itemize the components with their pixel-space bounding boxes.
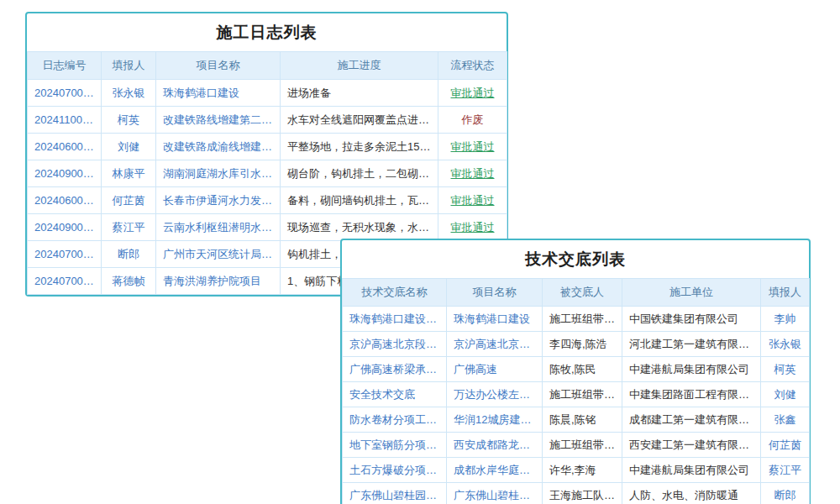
reporter-cell[interactable]: 断郎 [102, 241, 156, 268]
column-header-project-name: 项目名称 [447, 279, 543, 307]
status-cell[interactable]: 审批通过 [438, 187, 507, 214]
progress-cell: 平整场地，拉走多余泥土15辆... [281, 134, 438, 160]
reporter-cell[interactable]: 柯英 [102, 107, 156, 134]
disclosure-name-link-cell[interactable]: 土石方爆破分项工程... [343, 458, 447, 483]
project-link-cell[interactable]: 成都水岸华庭名苑... [447, 458, 543, 483]
progress-cell: 砌台阶，钩机排土，二包砌间... [281, 160, 438, 187]
reporter-cell[interactable]: 李帅 [761, 307, 810, 332]
reporter-cell[interactable]: 林康平 [102, 160, 156, 187]
project-link-cell[interactable]: 华润12城房建工... [447, 407, 543, 433]
technical-disclosure-table: 技术交底名称 项目名称 被交底人 施工单位 填报人 珠海鹤港口建设抗浮...珠海… [342, 278, 810, 504]
disclosure-name-link-cell[interactable]: 防水卷材分项工程施... [343, 407, 447, 433]
reporter-cell[interactable]: 张永银 [102, 80, 156, 107]
project-link-cell[interactable]: 万达办公楼左侧A... [447, 382, 543, 407]
reporter-cell[interactable]: 刘健 [102, 134, 156, 160]
construction-log-header-row: 日志编号 填报人 项目名称 施工进度 流程状态 [28, 52, 507, 80]
reporter-cell[interactable]: 张鑫 [761, 407, 810, 433]
column-header-progress: 施工进度 [281, 52, 438, 80]
table-row: 2024090009蔡江平云南水利枢纽潜明水库一...现场巡查，无积水现象，水马… [28, 214, 507, 241]
disclosure-name-link-cell[interactable]: 安全技术交底 [343, 382, 447, 407]
construction-unit-cell: 西安建工第一建筑有限责任公司 [622, 433, 761, 458]
log-id-cell[interactable]: 2024070011 [28, 80, 102, 107]
log-id-cell[interactable]: 2024090009 [28, 214, 102, 241]
project-link-cell[interactable]: 改建铁路成渝线增建第二... [156, 134, 281, 160]
briefed-person-cell: 王海施工队全队 [543, 483, 622, 504]
project-link-cell[interactable]: 西安成都路龙湖上... [447, 433, 543, 458]
column-header-flow-status: 流程状态 [438, 52, 507, 80]
column-header-disclosure-name: 技术交底名称 [343, 279, 447, 307]
reporter-cell[interactable]: 柯英 [761, 357, 810, 382]
table-row: 安全技术交底万达办公楼左侧A...施工班组带班...中建集团路面工程有限公司刘健 [343, 382, 810, 407]
project-link-cell[interactable]: 湖南洞庭湖水库引水工程... [156, 160, 281, 187]
briefed-person-cell: 陈牧,陈民 [543, 357, 622, 382]
project-link-cell[interactable]: 京沪高速北京段维修 [447, 332, 543, 357]
column-header-reporter: 填报人 [761, 279, 810, 307]
project-link-cell[interactable]: 广佛高速 [447, 357, 543, 382]
technical-disclosure-header-row: 技术交底名称 项目名称 被交底人 施工单位 填报人 [343, 279, 810, 307]
progress-cell: 备料，砌间墙钩机排土，瓦工... [281, 187, 438, 214]
log-id-cell[interactable]: 2024090009 [28, 160, 102, 187]
log-id-cell[interactable]: 2024110002 [28, 107, 102, 134]
construction-unit-cell: 中国铁建集团有限公司 [622, 307, 761, 332]
disclosure-name-link-cell[interactable]: 珠海鹤港口建设抗浮... [343, 307, 447, 332]
disclosure-name-link-cell[interactable]: 广东佛山碧桂园项目... [343, 483, 447, 504]
project-link-cell[interactable]: 云南水利枢纽潜明水库一... [156, 214, 281, 241]
project-link-cell[interactable]: 改建铁路线增建第二线直... [156, 107, 281, 134]
briefed-person-cell: 施工班组带班... [543, 307, 622, 332]
column-header-construction-unit: 施工单位 [622, 279, 761, 307]
status-cell[interactable]: 审批通过 [438, 160, 507, 187]
disclosure-name-link-cell[interactable]: 广佛高速桥梁承台施... [343, 357, 447, 382]
project-link-cell[interactable]: 珠海鹤港口建设 [447, 307, 543, 332]
technical-disclosure-panel: 技术交底列表 技术交底名称 项目名称 被交底人 施工单位 填报人 珠海鹤港口建设… [340, 239, 811, 504]
column-header-project-name: 项目名称 [156, 52, 281, 80]
log-id-cell[interactable]: 2024060006 [28, 134, 102, 160]
construction-unit-cell: 河北建工第一建筑有限责任公司 [622, 332, 761, 357]
table-row: 京沪高速北京段维修...京沪高速北京段维修李四海,陈浩河北建工第一建筑有限责任公… [343, 332, 810, 357]
briefed-person-cell: 施工班组带班... [543, 433, 622, 458]
table-row: 珠海鹤港口建设抗浮...珠海鹤港口建设施工班组带班...中国铁建集团有限公司李帅 [343, 307, 810, 332]
reporter-cell[interactable]: 断郎 [761, 483, 810, 504]
reporter-cell[interactable]: 何芷茵 [102, 187, 156, 214]
progress-cell: 进场准备 [281, 80, 438, 107]
project-link-cell[interactable]: 珠海鹤港口建设 [156, 80, 281, 107]
reporter-cell[interactable]: 蔡江平 [761, 458, 810, 483]
reporter-cell[interactable]: 刘健 [761, 382, 810, 407]
table-row: 2024060005何芷茵长春市伊通河水力发电厂...备料，砌间墙钩机排土，瓦工… [28, 187, 507, 214]
progress-cell: 现场巡查，无积水现象，水马... [281, 214, 438, 241]
log-id-cell[interactable]: 2024070009 [28, 268, 102, 295]
table-row: 广东佛山碧桂园项目...广东佛山碧桂园项目王海施工队全队人防、水电、消防暖通断郎 [343, 483, 810, 504]
project-link-cell[interactable]: 青海洪湖养护院项目 [156, 268, 281, 295]
table-row: 防水卷材分项工程施...华润12城房建工...陈晨,陈铭成都建工第一建筑有限责任… [343, 407, 810, 433]
disclosure-name-link-cell[interactable]: 京沪高速北京段维修... [343, 332, 447, 357]
column-header-reporter: 填报人 [102, 52, 156, 80]
briefed-person-cell: 陈晨,陈铭 [543, 407, 622, 433]
progress-cell: 水车对全线遮阳网覆盖点进行... [281, 107, 438, 134]
construction-unit-cell: 中建港航局集团有限公司 [622, 458, 761, 483]
reporter-cell[interactable]: 张永银 [761, 332, 810, 357]
status-cell[interactable]: 审批通过 [438, 80, 507, 107]
project-link-cell[interactable]: 长春市伊通河水力发电厂... [156, 187, 281, 214]
technical-disclosure-body: 珠海鹤港口建设抗浮...珠海鹤港口建设施工班组带班...中国铁建集团有限公司李帅… [343, 307, 810, 504]
log-id-cell[interactable]: 2024070011 [28, 241, 102, 268]
table-row: 2024070011张永银珠海鹤港口建设进场准备审批通过 [28, 80, 507, 107]
project-link-cell[interactable]: 广州市天河区统计局机房... [156, 241, 281, 268]
construction-unit-cell: 中建集团路面工程有限公司 [622, 382, 761, 407]
briefed-person-cell: 李四海,陈浩 [543, 332, 622, 357]
reporter-cell[interactable]: 蒋德帧 [102, 268, 156, 295]
project-link-cell[interactable]: 广东佛山碧桂园项目 [447, 483, 543, 504]
table-row: 2024090009林康平湖南洞庭湖水库引水工程...砌台阶，钩机排土，二包砌间… [28, 160, 507, 187]
table-row: 广佛高速桥梁承台施...广佛高速陈牧,陈民中建港航局集团有限公司柯英 [343, 357, 810, 382]
briefed-person-cell: 施工班组带班... [543, 382, 622, 407]
column-header-log-id: 日志编号 [28, 52, 102, 80]
table-row: 2024060006刘健改建铁路成渝线增建第二...平整场地，拉走多余泥土15辆… [28, 134, 507, 160]
reporter-cell[interactable]: 蔡江平 [102, 214, 156, 241]
table-row: 2024110002柯英改建铁路线增建第二线直...水车对全线遮阳网覆盖点进行.… [28, 107, 507, 134]
status-cell[interactable]: 审批通过 [438, 214, 507, 241]
reporter-cell[interactable]: 何芷茵 [761, 433, 810, 458]
status-cell[interactable]: 作废 [438, 107, 507, 134]
briefed-person-cell: 许华,李海 [543, 458, 622, 483]
construction-unit-cell: 人防、水电、消防暖通 [622, 483, 761, 504]
log-id-cell[interactable]: 2024060005 [28, 187, 102, 214]
disclosure-name-link-cell[interactable]: 地下室钢筋分项工程... [343, 433, 447, 458]
status-cell[interactable]: 审批通过 [438, 134, 507, 160]
